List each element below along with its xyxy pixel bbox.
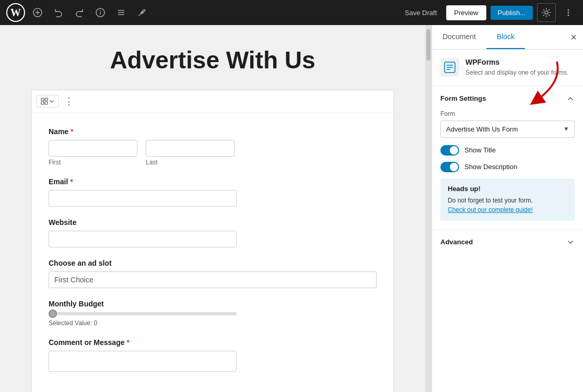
heads-up-link[interactable]: Check out our complete guide!: [448, 206, 533, 213]
block-options-button[interactable]: ⋮: [61, 93, 77, 109]
name-row: First Last: [49, 140, 377, 166]
form-select-wrapper: Advertise With Us Form ▼: [440, 121, 575, 138]
email-field: Email *: [49, 177, 377, 207]
sidebar-tabs: Document Block ×: [432, 25, 583, 50]
form-block-toolbar: ⋮: [32, 90, 393, 113]
sidebar: Document Block × WPForms Select and disp…: [432, 25, 583, 392]
undo-button[interactable]: [50, 4, 67, 21]
advanced-header[interactable]: Advanced: [440, 238, 575, 246]
website-input[interactable]: [49, 231, 237, 247]
svg-rect-16: [45, 102, 48, 104]
sidebar-close-button[interactable]: ×: [570, 32, 577, 42]
advanced-section: Advanced: [432, 230, 583, 255]
last-name-col: Last: [146, 140, 235, 166]
redo-button[interactable]: [71, 4, 88, 21]
form-settings-header[interactable]: Form Settings: [440, 94, 575, 103]
show-description-toggle[interactable]: [440, 162, 459, 172]
advanced-title: Advanced: [440, 238, 473, 246]
monthly-budget-field: Monthly Budget Selected Value: 0: [49, 300, 377, 327]
more-options-button[interactable]: [560, 4, 577, 21]
page-title: Advertise With Us: [31, 46, 394, 74]
block-info-description: Select and display one of your forms.: [465, 68, 568, 77]
required-asterisk: *: [71, 127, 73, 136]
last-name-input[interactable]: [146, 140, 235, 157]
publish-button[interactable]: Publish...: [491, 6, 533, 20]
first-name-input[interactable]: [49, 140, 137, 157]
form-field-label: Form: [440, 110, 575, 117]
show-title-label: Show Title: [464, 146, 496, 154]
name-field: Name * First Last: [49, 127, 377, 166]
editor-scrollbar[interactable]: [425, 25, 432, 392]
heads-up-text: Do not forget to test your form. Check o…: [448, 196, 567, 215]
list-view-button[interactable]: [113, 4, 130, 21]
svg-point-10: [568, 9, 569, 11]
form-content: Name * First Last: [32, 113, 393, 392]
wp-logo-text: W: [10, 7, 21, 19]
editor-scrollbar-thumb: [426, 29, 430, 61]
add-block-button[interactable]: [29, 4, 46, 21]
editor-area: Advertise With Us ⋮ Name *: [0, 25, 425, 392]
website-field: Website: [49, 218, 377, 247]
budget-slider-thumb[interactable]: [49, 310, 57, 318]
first-name-col: First: [49, 140, 137, 166]
block-type-button[interactable]: [36, 95, 59, 108]
block-info-title: WPForms: [465, 58, 568, 66]
block-info: WPForms Select and display one of your f…: [432, 50, 583, 86]
svg-point-5: [100, 10, 101, 11]
email-label: Email *: [49, 177, 377, 186]
svg-point-12: [568, 15, 569, 16]
collapse-icon: [566, 94, 575, 103]
form-settings-title: Form Settings: [440, 94, 486, 102]
editor-container: Advertise With Us ⋮ Name *: [0, 25, 432, 392]
first-sub-label: First: [49, 159, 137, 166]
info-button[interactable]: [92, 4, 109, 21]
email-required: *: [70, 177, 73, 186]
heads-up-title: Heads up!: [448, 185, 567, 193]
form-select[interactable]: Advertise With Us Form: [440, 121, 575, 138]
save-draft-button[interactable]: Save Draft: [400, 6, 442, 20]
choose-ad-field: Choose an ad slot: [49, 259, 377, 288]
name-label: Name *: [49, 127, 377, 136]
show-description-label: Show Description: [464, 163, 517, 171]
comment-label: Comment or Message *: [49, 338, 377, 347]
preview-button[interactable]: Preview: [446, 5, 486, 20]
last-sub-label: Last: [146, 159, 235, 166]
main-layout: Advertise With Us ⋮ Name *: [0, 25, 583, 392]
heads-up-box: Heads up! Do not forget to test your for…: [440, 179, 575, 221]
svg-rect-13: [41, 98, 44, 101]
show-title-toggle[interactable]: [440, 145, 459, 156]
block-info-text: WPForms Select and display one of your f…: [465, 58, 568, 77]
comment-input[interactable]: [49, 351, 237, 372]
wpforms-icon: [440, 58, 459, 77]
tab-block[interactable]: Block: [486, 25, 525, 49]
tab-document[interactable]: Document: [432, 25, 486, 49]
svg-rect-14: [41, 102, 44, 104]
svg-point-11: [568, 12, 569, 14]
choose-ad-input[interactable]: [49, 271, 377, 288]
website-label: Website: [49, 218, 377, 227]
show-title-toggle-row: Show Title: [440, 145, 575, 156]
show-description-toggle-row: Show Description: [440, 162, 575, 172]
comment-field: Comment or Message *: [49, 338, 377, 372]
svg-point-9: [545, 11, 548, 14]
svg-rect-15: [45, 98, 48, 101]
email-input[interactable]: [49, 190, 237, 207]
advanced-expand-icon: [566, 238, 575, 246]
slider-value: Selected Value: 0: [49, 319, 377, 327]
toolbar: W Save Draft Preview Publish...: [0, 0, 583, 25]
choose-ad-label: Choose an ad slot: [49, 259, 377, 267]
form-block: ⋮ Name * First: [31, 90, 394, 392]
comment-required: *: [126, 338, 129, 347]
settings-button[interactable]: [537, 3, 556, 22]
wordpress-logo[interactable]: W: [6, 3, 25, 22]
budget-slider-track: [49, 312, 237, 315]
tools-button[interactable]: [134, 4, 150, 21]
form-settings-section: Form Settings Form Advertise With Us For…: [432, 86, 583, 230]
monthly-budget-label: Monthly Budget: [49, 300, 377, 308]
